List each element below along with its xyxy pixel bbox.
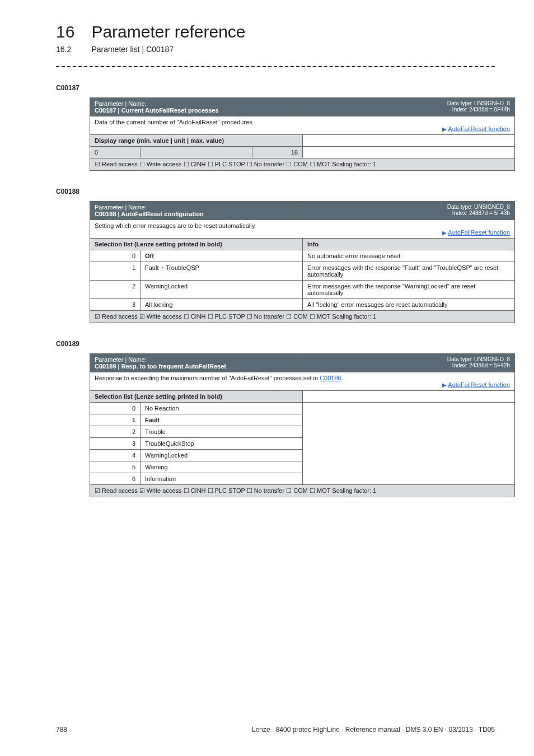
param-name: C00189 | Resp. to too frequent AutoFailR…	[95, 363, 298, 370]
footer-info: Lenze · 8400 protec HighLine · Reference…	[252, 726, 495, 734]
param-name: C00188 | AutoFailReset configuration	[95, 211, 298, 217]
row-name: Fault	[140, 414, 303, 426]
desc-row: Response to exceeding the maximum number…	[90, 372, 515, 391]
link-arrow-icon: ▶	[442, 126, 447, 132]
table-row: 3 All locking All "locking" error messag…	[90, 299, 515, 311]
page-footer: 788 Lenze · 8400 protec HighLine · Refer…	[56, 726, 495, 734]
autofailreset-link[interactable]: AutoFailReset function	[448, 229, 510, 236]
autofailreset-link[interactable]: AutoFailReset function	[448, 125, 510, 132]
access-row: ☑ Read access ☑ Write access ☐ CINH ☐ PL…	[90, 485, 515, 497]
row-name: WarningLocked	[140, 281, 303, 299]
row-name: Trouble	[140, 426, 303, 438]
row-info: Error messages with the response "Warnin…	[303, 281, 515, 299]
page-root: 16 16.2 Parameter reference Parameter li…	[0, 0, 534, 756]
access-row: ☑ Read access ☐ Write access ☐ CINH ☐ PL…	[90, 158, 515, 171]
datatype-line2: Index: 24386d = 5F42h	[307, 362, 510, 368]
autofailreset-link[interactable]: AutoFailReset function	[448, 381, 510, 388]
row-num: 4	[90, 450, 140, 461]
table-c00189: Parameter | Name: C00189 | Resp. to too …	[90, 353, 515, 497]
param-header: Parameter | Name: C00187 | Current AutoF…	[90, 98, 303, 116]
row-name: Warning	[140, 461, 303, 473]
row-num: 1	[90, 262, 140, 281]
datatype-cell: Data type: UNSIGNED_8 Index: 24387d = 5F…	[303, 202, 515, 220]
section-number: 16.2	[56, 45, 74, 54]
info-label: Info	[303, 239, 515, 250]
datatype-line1: Data type: UNSIGNED_8	[307, 356, 510, 362]
datatype-cell: Data type: UNSIGNED_8 Index: 24386d = 5F…	[303, 354, 515, 372]
table-c00188: Parameter | Name: C00188 | AutoFailReset…	[90, 201, 515, 323]
row-num: 6	[90, 473, 140, 485]
desc-text-post: .	[341, 375, 343, 381]
row-name: Fault + TroubleQSP	[140, 262, 303, 281]
chapter-header: 16 16.2 Parameter reference Parameter li…	[56, 22, 495, 54]
table-row: 2 WarningLocked Error messages with the …	[90, 281, 515, 299]
chapter-number: 16	[56, 22, 74, 41]
param-label: Parameter | Name:	[95, 100, 298, 107]
row-name: WarningLocked	[140, 450, 303, 461]
access-row: ☑ Read access ☑ Write access ☐ CINH ☐ PL…	[90, 311, 515, 323]
row-info: All "locking" error messages are reset a…	[303, 299, 515, 311]
datatype-line2: Index: 24387d = 5F43h	[307, 210, 510, 216]
link-arrow-icon: ▶	[442, 382, 447, 388]
desc-row: Data of the current number of "AutoFailR…	[90, 116, 515, 135]
desc-text-pre: Response to exceeding the maximum number…	[95, 375, 320, 381]
param-label: Parameter | Name:	[95, 204, 298, 211]
range-unit	[140, 147, 252, 158]
empty-cell	[303, 403, 515, 485]
datatype-line1: Data type: UNSIGNED_8	[307, 100, 510, 106]
divider	[56, 66, 495, 67]
empty-cell	[303, 135, 515, 147]
row-name: No Reaction	[140, 403, 303, 414]
datatype-cell: Data type: UNSIGNED_8 Index: 24388d = 5F…	[303, 98, 515, 116]
datatype-line1: Data type: UNSIGNED_8	[307, 204, 510, 210]
section-heading-c00188: C00188	[56, 188, 495, 195]
table-row: 0 Off No automatic error message reset	[90, 250, 515, 262]
c00186-link[interactable]: C00186	[320, 375, 341, 381]
desc-row: Setting which error messages are to be r…	[90, 220, 515, 239]
row-name: TroubleQuickStop	[140, 438, 303, 450]
desc-text: Data of the current number of "AutoFailR…	[95, 119, 510, 125]
row-name: All locking	[140, 299, 303, 311]
table-row: 1 Fault + TroubleQSP Error messages with…	[90, 262, 515, 281]
row-num: 0	[90, 403, 140, 414]
empty-cell	[303, 391, 515, 403]
row-num: 3	[90, 438, 140, 450]
table-row: 0 No Reaction	[90, 403, 515, 414]
selection-list-label: Selection list (Lenze setting printed in…	[90, 239, 303, 250]
row-num: 3	[90, 299, 140, 311]
display-range-label: Display range (min. value | unit | max. …	[90, 135, 303, 147]
page-number: 788	[56, 726, 67, 734]
section-heading-c00189: C00189	[56, 340, 495, 348]
datatype-line2: Index: 24388d = 5F44h	[307, 106, 510, 113]
param-header: Parameter | Name: C00188 | AutoFailReset…	[90, 202, 303, 220]
param-header: Parameter | Name: C00189 | Resp. to too …	[90, 354, 303, 372]
desc-text: Setting which error messages are to be r…	[95, 222, 510, 229]
link-arrow-icon: ▶	[442, 230, 447, 236]
row-num: 2	[90, 426, 140, 438]
row-info: Error messages with the response "Fault"…	[303, 262, 515, 281]
row-num: 1	[90, 414, 140, 426]
row-num: 0	[90, 250, 140, 262]
section-title: Parameter list | C00187	[91, 45, 245, 54]
param-name: C00187 | Current AutoFailReset processes	[95, 107, 298, 114]
table-c00187: Parameter | Name: C00187 | Current AutoF…	[90, 97, 515, 171]
chapter-title: Parameter reference	[91, 22, 245, 41]
range-max: 16	[252, 147, 303, 158]
row-num: 5	[90, 461, 140, 473]
selection-list-label: Selection list (Lenze setting printed in…	[90, 391, 303, 403]
row-info: No automatic error message reset	[303, 250, 515, 262]
row-name: Off	[140, 250, 303, 262]
section-heading-c00187: C00187	[56, 84, 495, 92]
empty-cell	[303, 147, 515, 158]
range-min: 0	[90, 147, 140, 158]
row-num: 2	[90, 281, 140, 299]
row-name: Information	[140, 473, 303, 485]
param-label: Parameter | Name:	[95, 356, 298, 363]
